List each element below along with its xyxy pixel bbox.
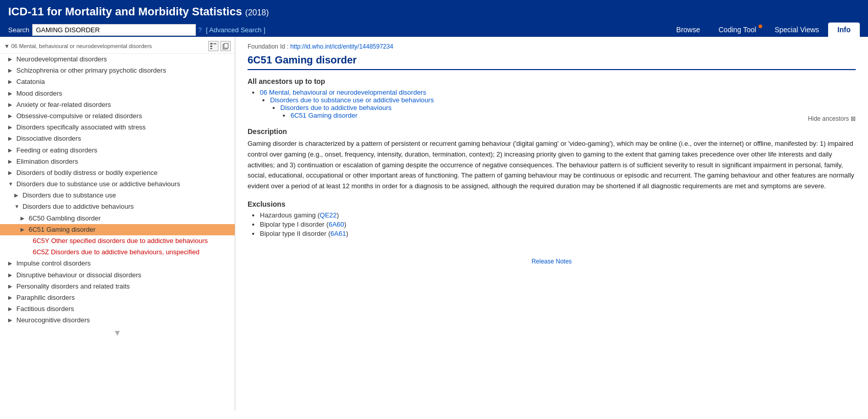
hide-ancestors-icon: ⊠	[851, 115, 856, 122]
release-notes: Release Notes	[248, 258, 856, 265]
nav-tabs: Browse Coding Tool Special Views Info	[667, 23, 860, 37]
exclusion-item-bipolar1: Bipolar type I disorder (6A60)	[260, 220, 856, 228]
tree-item-obsessive[interactable]: ▶ Obsessive-compulsive or related disord…	[0, 111, 235, 122]
tree-item-substance[interactable]: ▼ Disorders due to substance use or addi…	[0, 179, 235, 190]
svg-rect-1	[210, 46, 212, 47]
tree-item-factitious[interactable]: ▶ Factitious disorders	[0, 303, 235, 315]
item-label: Disorders specifically associated with s…	[16, 123, 235, 132]
tree-item-gaming[interactable]: ▶ 6C51 Gaming disorder	[0, 224, 235, 235]
advanced-search-link[interactable]: [ Advanced Search ]	[206, 26, 265, 34]
tree-item-personality[interactable]: ▶ Personality disorders and related trai…	[0, 281, 235, 292]
arrow-icon: ▶	[20, 215, 27, 222]
title-text: ICD-11 for Mortality and Morbidity Stati…	[8, 5, 242, 18]
tree-item-addictive[interactable]: ▼ Disorders due to addictive behaviours	[0, 201, 235, 212]
ancestor-sub-2: Disorders due to addictive behaviours 6C…	[270, 104, 856, 119]
item-label: Disorders due to addictive behaviours	[23, 202, 235, 211]
tree-item-substance-use[interactable]: ▶ Disorders due to substance use	[0, 190, 235, 201]
exclusion-link-qe22[interactable]: QE22	[320, 211, 337, 219]
unspecified-link[interactable]: 6C5Z Disorders due to addictive behaviou…	[33, 248, 199, 256]
arrow-icon: ▶	[8, 169, 14, 177]
ancestor-item-4: 6C51 Gaming disorder	[291, 112, 856, 119]
svg-rect-6	[224, 43, 228, 48]
arrow-icon: ▶	[8, 124, 14, 131]
ancestor-link-2[interactable]: Disorders due to substance use or addict…	[270, 96, 434, 104]
scroll-down-indicator: ▼	[0, 326, 235, 340]
tree-item-gambling[interactable]: ▶ 6C50 Gambling disorder	[0, 213, 235, 224]
exclusions-list: Hazardous gaming (QE22) Bipolar type I d…	[248, 211, 856, 237]
ancestor-sub-3: 6C51 Gaming disorder	[280, 112, 856, 119]
arrow-icon: ▶	[8, 283, 14, 290]
item-label: 6C5Y Other specified disorders due to ad…	[33, 236, 235, 246]
tree-item-neurodevelopmental[interactable]: ▶ Neurodevelopmental disorders	[0, 54, 235, 65]
arrow-icon: ▶	[8, 56, 14, 63]
ancestor-link-3[interactable]: Disorders due to addictive behaviours	[280, 104, 392, 112]
sidebar-icon-copy[interactable]	[220, 41, 231, 51]
ancestor-link-1[interactable]: 06 Mental, behavioural or neurodevelopme…	[260, 89, 426, 96]
search-help-button[interactable]: ?	[198, 26, 202, 34]
ancestors-container: 06 Mental, behavioural or neurodevelopme…	[248, 89, 856, 119]
arrow-icon: ▶	[8, 305, 14, 313]
svg-rect-2	[210, 48, 212, 49]
exclusion-item-bipolar2: Bipolar type II disorder (6A61)	[260, 230, 856, 237]
tree-item-elimination[interactable]: ▶ Elimination disorders	[0, 156, 235, 167]
item-label: Disruptive behaviour or dissocial disord…	[16, 271, 235, 280]
ancestor-item-2: Disorders due to substance use or addict…	[270, 96, 856, 119]
ancestors-section: All ancestors up to top 06 Mental, behav…	[248, 77, 856, 119]
foundation-id-label: Foundation Id :	[248, 43, 288, 50]
sidebar-toolbar: ▼ 06 Mental, behavioural or neurodevelop…	[0, 39, 235, 54]
release-notes-link[interactable]: Release Notes	[531, 258, 572, 265]
tab-special-views[interactable]: Special Views	[765, 23, 828, 37]
page-title: ICD-11 for Mortality and Morbidity Stati…	[8, 5, 860, 23]
item-label: Disorders due to substance use or addict…	[16, 180, 235, 189]
search-input[interactable]	[32, 24, 196, 36]
tab-browse[interactable]: Browse	[667, 23, 709, 37]
tree-item-unspecified[interactable]: 6C5Z Disorders due to addictive behaviou…	[0, 247, 235, 258]
tree-item-impulse[interactable]: ▶ Impulse control disorders	[0, 258, 235, 269]
hide-ancestors-button[interactable]: Hide ancestors ⊠	[808, 115, 856, 122]
title-year: (2018)	[245, 8, 269, 17]
item-label: Paraphilic disorders	[16, 293, 235, 302]
arrow-icon: ▶	[8, 101, 14, 108]
tab-coding-tool[interactable]: Coding Tool	[709, 23, 766, 37]
exclusion-item-hazardous: Hazardous gaming (QE22)	[260, 211, 856, 219]
item-label: Catatonia	[16, 77, 235, 86]
arrow-icon: ▼	[8, 181, 14, 188]
arrow-icon: ▶	[8, 260, 14, 267]
sidebar-icon-tree[interactable]	[208, 41, 218, 51]
content-panel: Foundation Id : http://id.who.int/icd/en…	[235, 37, 868, 411]
other-specified-link[interactable]: 6C5Y Other specified disorders due to ad…	[33, 237, 208, 245]
tree-item-anxiety[interactable]: ▶ Anxiety or fear-related disorders	[0, 99, 235, 111]
ancestors-list: 06 Mental, behavioural or neurodevelopme…	[248, 89, 856, 119]
item-label: Impulse control disorders	[16, 259, 235, 268]
tree-item-schizophrenia[interactable]: ▶ Schizophrenia or other primary psychot…	[0, 65, 235, 76]
tree-item-other-specified[interactable]: 6C5Y Other specified disorders due to ad…	[0, 235, 235, 247]
item-label: Personality disorders and related traits	[16, 282, 235, 291]
arrow-icon: ▶	[8, 90, 14, 97]
sidebar-root-label: ▼ 06 Mental, behavioural or neurodevelop…	[4, 43, 206, 49]
tree-item-dissociative[interactable]: ▶ Dissociative disorders	[0, 133, 235, 144]
tree-item-feeding[interactable]: ▶ Feeding or eating disorders	[0, 145, 235, 156]
exclusions-section: Exclusions Hazardous gaming (QE22) Bipol…	[248, 200, 856, 237]
tree-item-bodily[interactable]: ▶ Disorders of bodily distress or bodily…	[0, 167, 235, 179]
exclusion-link-6a61[interactable]: 6A61	[330, 230, 346, 237]
item-label: Neurodevelopmental disorders	[16, 55, 235, 64]
tree-item-neurocognitive[interactable]: ▶ Neurocognitive disorders	[0, 315, 235, 326]
exclusion-link-6a60[interactable]: 6A60	[328, 220, 344, 228]
arrow-icon: ▶	[8, 78, 14, 85]
item-label: 6C51 Gaming disorder	[29, 225, 235, 234]
item-label: Obsessive-compulsive or related disorder…	[16, 112, 235, 121]
tree-item-paraphilic[interactable]: ▶ Paraphilic disorders	[0, 292, 235, 303]
tree-item-disruptive[interactable]: ▶ Disruptive behaviour or dissocial diso…	[0, 270, 235, 281]
item-label: 6C5Z Disorders due to addictive behaviou…	[33, 248, 235, 257]
tree-item-catatonia[interactable]: ▶ Catatonia	[0, 76, 235, 87]
arrow-icon: ▶	[8, 113, 14, 120]
ancestor-item-1: 06 Mental, behavioural or neurodevelopme…	[260, 89, 856, 119]
tree-item-mood[interactable]: ▶ Mood disorders	[0, 88, 235, 99]
item-label: Dissociative disorders	[16, 134, 235, 143]
tab-info[interactable]: Info	[828, 23, 860, 37]
tree-item-stress[interactable]: ▶ Disorders specifically associated with…	[0, 122, 235, 133]
arrow-icon: ▶	[20, 226, 27, 233]
ancestor-link-4[interactable]: 6C51 Gaming disorder	[291, 112, 358, 119]
foundation-id-link[interactable]: http://id.who.int/icd/entity/1448597234	[290, 43, 393, 50]
item-label: Anxiety or fear-related disorders	[16, 100, 235, 109]
